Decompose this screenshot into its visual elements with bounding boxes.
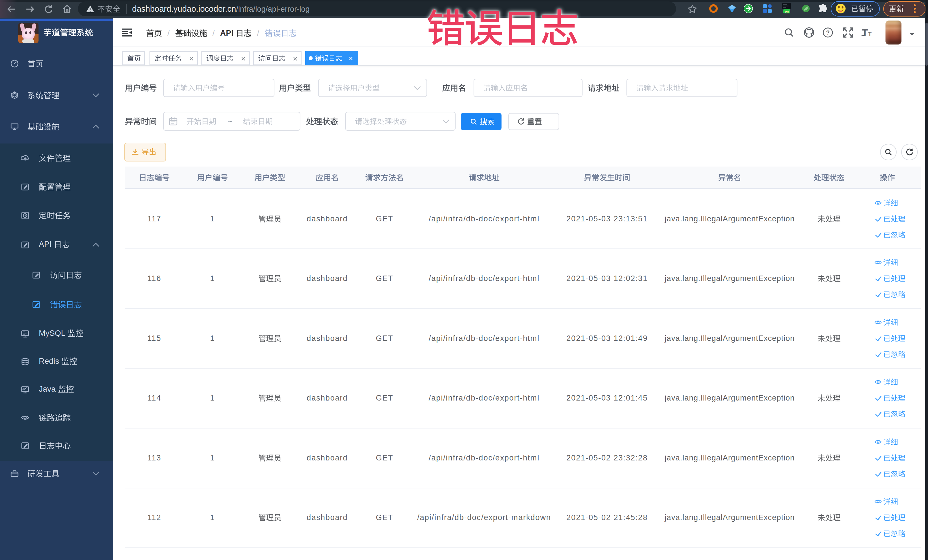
svg-text:T: T: [862, 27, 868, 38]
svg-text:?: ?: [826, 29, 830, 36]
svg-text:on: on: [785, 10, 789, 13]
svg-text:T: T: [868, 31, 872, 37]
